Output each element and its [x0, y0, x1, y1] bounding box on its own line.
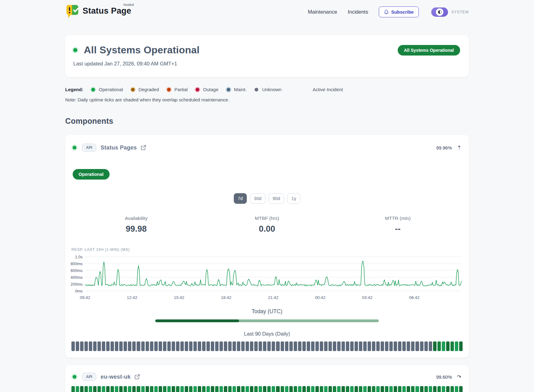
range-button-90d[interactable]: 90d [269, 193, 284, 204]
svg-text:15:42: 15:42 [174, 295, 184, 300]
uptime-tick-op [333, 386, 336, 392]
stat-label: Availability [71, 216, 201, 221]
component-status-badge: Operational [73, 169, 110, 180]
main-nav: Maintenance Incidents Subscribe ◐ SYSTEM [308, 7, 469, 17]
uptime-tick-op [237, 386, 240, 392]
svg-text:03:42: 03:42 [362, 295, 373, 300]
range-button-7d[interactable]: 7d [234, 193, 247, 204]
uptime-tick-op [150, 386, 153, 392]
component-uptime-value: 99.96% [436, 145, 452, 150]
theme-mode-label: SYSTEM [451, 10, 469, 14]
uptime-tick-op [342, 386, 345, 392]
svg-text:12:42: 12:42 [127, 295, 138, 300]
uptime-tick-unknown [267, 341, 271, 351]
uptime-tick-unknown [420, 341, 423, 351]
uptime-tick-op [259, 386, 262, 392]
uptime-tick-unknown [324, 341, 328, 351]
collapse-component-button[interactable]: ⇡ [457, 145, 461, 150]
uptime-tick-unknown [93, 341, 97, 351]
uptime-tick-unknown [150, 341, 153, 351]
today-progress-bar [155, 319, 379, 322]
uptime-tick-unknown [342, 341, 345, 351]
uptime-tick-op [385, 386, 388, 392]
uptime-tick-unknown [368, 341, 371, 351]
uptime-tick-unknown [202, 341, 206, 351]
uptime-tick-op [206, 386, 210, 392]
uptime-tick-op [84, 386, 88, 392]
uptime-tick-unknown [132, 341, 136, 351]
uptime-tick-unknown [76, 341, 79, 351]
uptime-tick-unknown [359, 341, 362, 351]
uptime-tick-op [154, 386, 158, 392]
uptime-tick-unknown [172, 341, 175, 351]
uptime-tick-op [324, 386, 328, 392]
uptime-tick-op [215, 386, 219, 392]
expand-component-button[interactable]: ↷ [457, 374, 461, 380]
uptime-tick-op [455, 386, 458, 392]
uptime-tick-op [437, 341, 441, 351]
legend-item-outage: Outage [196, 87, 218, 92]
external-link-icon[interactable] [141, 145, 146, 150]
legend-dot [131, 88, 135, 91]
uptime-tick-partial [180, 386, 184, 392]
svg-text:09:42: 09:42 [80, 295, 90, 300]
uptime-tick-op [372, 386, 375, 392]
nav-maintenance-link[interactable]: Maintenance [308, 9, 337, 15]
uptime-tick-unknown [276, 341, 279, 351]
component-header[interactable]: API eu-west-uk 99.60% ↷ [71, 373, 463, 381]
uptime-tick-op [93, 386, 97, 392]
subscribe-button[interactable]: Subscribe [379, 7, 419, 17]
uptime-tick-op [141, 386, 145, 392]
uptime-tick-unknown [394, 341, 397, 351]
uptime-tick-unknown [89, 341, 92, 351]
uptime-tick-unknown [333, 341, 336, 351]
uptime-tick-unknown [106, 341, 110, 351]
stat-mttr-min-: MTTR (min)-- [333, 216, 463, 234]
uptime-tick-unknown [307, 341, 310, 351]
uptime-tick-op [455, 341, 458, 351]
top-bar: Status Page hosted Maintenance Incidents… [0, 0, 534, 20]
uptime-tick-unknown [180, 341, 184, 351]
uptime-tick-unknown [381, 341, 384, 351]
uptime-tick-unknown [237, 341, 240, 351]
uptime-tick-op [71, 386, 75, 392]
range-button-1y[interactable]: 1y [287, 193, 300, 204]
component-card-status-pages: API Status Pages 99.96% ⇡ Operational 7d… [65, 135, 469, 358]
nav-incidents-link[interactable]: Incidents [348, 9, 368, 15]
uptime-tick-unknown [219, 341, 223, 351]
uptime-tick-unknown [350, 341, 354, 351]
uptime-tick-op [219, 386, 223, 392]
uptime-tick-op [359, 386, 362, 392]
stat-mtbf-hrs-: MTBF (hrs)0.00 [201, 216, 332, 234]
uptime-tick-unknown [302, 341, 306, 351]
component-header[interactable]: API Status Pages 99.96% ⇡ [71, 144, 463, 152]
uptime-tick-unknown [228, 341, 232, 351]
uptime-tick-op [89, 386, 92, 392]
uptime-tick-op [442, 341, 445, 351]
theme-toggle[interactable]: ◐ [431, 7, 448, 17]
uptime-tick-unknown [241, 341, 245, 351]
uptime-tick-unknown [246, 341, 249, 351]
stat-availability: Availability99.98 [71, 216, 201, 234]
uptime-tick-op [450, 341, 454, 351]
uptime-history-ticks [71, 341, 463, 351]
range-button-30d[interactable]: 30d [250, 193, 265, 204]
external-link-icon[interactable] [134, 374, 140, 380]
uptime-tick-op [411, 386, 414, 392]
uptime-tick-op [298, 386, 301, 392]
uptime-tick-op [302, 386, 306, 392]
uptime-tick-op [228, 386, 232, 392]
stat-value: -- [333, 224, 463, 234]
subscribe-label: Subscribe [391, 9, 414, 15]
component-name: eu-west-uk [101, 374, 131, 380]
uptime-tick-unknown [289, 341, 293, 351]
uptime-history-ticks [71, 386, 463, 392]
uptime-tick-unknown [328, 341, 332, 351]
component-status-dot [73, 146, 76, 149]
uptime-tick-op [241, 386, 245, 392]
legend-dot [227, 88, 230, 91]
chart-title: RESP. LAST 24H (1-MIN) (MS) [71, 247, 463, 252]
uptime-tick-op [289, 386, 293, 392]
legend-item-label: Outage [203, 87, 218, 92]
uptime-tick-unknown [259, 341, 262, 351]
